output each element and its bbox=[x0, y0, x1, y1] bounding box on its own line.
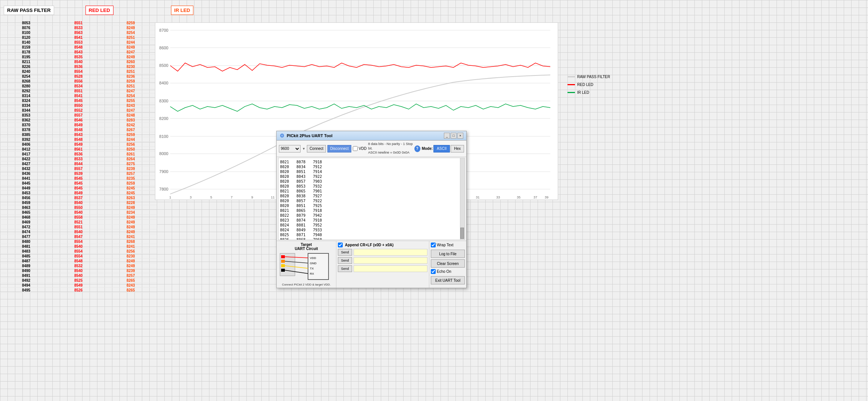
svg-text:35: 35 bbox=[517, 195, 520, 199]
table-row: 8553 bbox=[52, 40, 105, 45]
connect-button[interactable]: Connect bbox=[307, 145, 326, 152]
table-row: 8230 bbox=[105, 254, 157, 259]
table-row: 8378 bbox=[0, 127, 52, 132]
log-to-file-button[interactable]: Log to File bbox=[431, 250, 465, 258]
table-row: 8417 bbox=[0, 152, 52, 157]
echo-on-label: Echo On bbox=[437, 269, 451, 274]
svg-text:TX: TX bbox=[310, 267, 314, 270]
minimize-button[interactable]: _ bbox=[444, 133, 450, 139]
table-row: 8549 bbox=[52, 142, 105, 147]
table-row: 8540 bbox=[52, 268, 105, 273]
append-crlf-checkbox[interactable] bbox=[338, 243, 343, 247]
table-row: 8259 bbox=[105, 79, 157, 84]
raw-data-column: 8053807681008120814081598178819582118226… bbox=[0, 21, 52, 401]
table-row: 8465 bbox=[0, 210, 52, 215]
macro-input-2[interactable] bbox=[354, 257, 427, 264]
table-row: 8545 bbox=[52, 98, 105, 103]
table-row: 8558 bbox=[52, 215, 105, 220]
echo-on-checkbox[interactable] bbox=[431, 269, 436, 274]
send-button-2[interactable]: Send bbox=[338, 257, 352, 264]
table-row: 8547 bbox=[52, 234, 105, 239]
svg-text:VDD: VDD bbox=[310, 256, 316, 260]
legend-raw-color bbox=[567, 76, 575, 77]
table-row: 8159 bbox=[0, 45, 52, 50]
table-row: 8254 bbox=[0, 74, 52, 79]
svg-text:8500: 8500 bbox=[159, 64, 168, 68]
maximize-button[interactable]: □ bbox=[451, 133, 457, 139]
table-row: 8259 bbox=[105, 181, 157, 186]
table-row: 8489 bbox=[0, 263, 52, 268]
legend-raw: RAW PASS FILTER bbox=[567, 75, 610, 79]
table-row: 8256 bbox=[105, 142, 157, 147]
table-row: 8563 bbox=[52, 30, 105, 35]
wrap-text-checkbox[interactable] bbox=[431, 243, 436, 247]
table-row: 8257 bbox=[105, 171, 157, 176]
terminal-scrollbar[interactable] bbox=[460, 158, 464, 240]
table-row: 8525 bbox=[52, 278, 105, 283]
table-row: 8544 bbox=[52, 161, 105, 166]
macro-row-3: Send bbox=[338, 265, 427, 272]
ir-data-column: 8259824982548251824482498247824982608230… bbox=[105, 21, 157, 401]
wrap-text-container: Wrap Text bbox=[431, 243, 465, 247]
legend-ir: IR LED bbox=[567, 90, 610, 95]
table-row: 8545 bbox=[52, 186, 105, 191]
table-row: 8453 bbox=[0, 191, 52, 195]
send-button-3[interactable]: Send bbox=[338, 265, 352, 272]
table-row: 8552 bbox=[52, 108, 105, 113]
table-row: 8532 bbox=[52, 263, 105, 268]
table-row: 8551 bbox=[52, 225, 105, 229]
terminal-row: 802380747910 bbox=[280, 218, 458, 223]
send-button-1[interactable]: Send bbox=[338, 249, 352, 256]
table-row: 8385 bbox=[0, 132, 52, 137]
table-row: 8534 bbox=[52, 84, 105, 89]
table-row: 8249 bbox=[105, 25, 157, 30]
terminal-content: 8021807879188020803479128020805179148020… bbox=[280, 160, 463, 240]
svg-text:8600: 8600 bbox=[159, 46, 168, 50]
table-row: 8228 bbox=[105, 200, 157, 205]
table-row: 8392 bbox=[0, 137, 52, 142]
close-button[interactable]: × bbox=[457, 133, 463, 139]
legend-ir-label: IR LED bbox=[577, 90, 589, 95]
exit-uart-tool-button[interactable]: Exit UART Tool bbox=[431, 276, 465, 284]
macro-input-3[interactable] bbox=[354, 265, 427, 272]
terminal-area[interactable]: 8021807879188020803479128020805179148020… bbox=[278, 158, 465, 240]
table-row: 8551 bbox=[52, 89, 105, 93]
table-row: 8449 bbox=[0, 186, 52, 191]
uart-info: 8 data bits - No parity - 1 Stop bit. AS… bbox=[368, 142, 413, 155]
clear-screen-button[interactable]: Clear Screen bbox=[431, 259, 465, 268]
baud-rate-select[interactable]: 9600 19200 38400 115200 bbox=[279, 145, 301, 152]
terminal-row: 802480497933 bbox=[280, 228, 458, 232]
table-row: 8249 bbox=[105, 229, 157, 234]
help-button[interactable]: ? bbox=[414, 145, 420, 152]
table-row: 8247 bbox=[105, 89, 157, 93]
raw-pass-filter-label: RAW PASS FILTER bbox=[4, 6, 54, 15]
hex-mode-button[interactable]: Hex bbox=[451, 145, 464, 152]
table-row: 8540 bbox=[52, 59, 105, 64]
terminal-row: 802080577922 bbox=[280, 198, 458, 203]
vdd-checkbox[interactable] bbox=[353, 146, 358, 151]
table-row: 8195 bbox=[0, 55, 52, 59]
terminal-row: 802480817952 bbox=[280, 223, 458, 228]
svg-text:8400: 8400 bbox=[159, 81, 168, 85]
legend-red-color bbox=[567, 84, 575, 85]
ascii-mode-button[interactable]: ASCII bbox=[433, 145, 450, 152]
table-row: 8491 bbox=[0, 273, 52, 278]
table-row: 8474 bbox=[0, 229, 52, 234]
table-row: 8267 bbox=[105, 127, 157, 132]
table-row: 8495 bbox=[0, 288, 52, 293]
disconnect-button[interactable]: Disconnect bbox=[327, 145, 351, 152]
table-row: 8557 bbox=[52, 166, 105, 171]
table-row: 8247 bbox=[105, 50, 157, 55]
table-row: 8472 bbox=[0, 225, 52, 229]
table-row: 8469 bbox=[0, 220, 52, 225]
table-row: 8247 bbox=[105, 108, 157, 113]
table-row: 8483 bbox=[0, 249, 52, 254]
terminal-row: 802180657918 bbox=[280, 208, 458, 213]
table-row: 8261 bbox=[105, 152, 157, 157]
table-row: 8268 bbox=[105, 239, 157, 244]
terminal-row: 802680687960 bbox=[280, 237, 458, 240]
svg-text:7900: 7900 bbox=[159, 169, 168, 174]
table-row: 8249 bbox=[105, 225, 157, 229]
macro-input-1[interactable] bbox=[354, 249, 427, 256]
terminal-scroll-thumb[interactable] bbox=[460, 228, 464, 239]
